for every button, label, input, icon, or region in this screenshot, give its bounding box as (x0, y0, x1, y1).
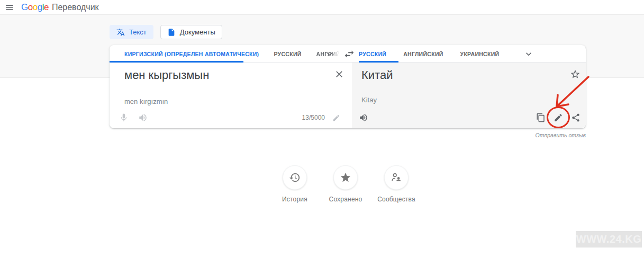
clear-source-button[interactable] (334, 69, 344, 80)
documents-mode-button[interactable]: Документы (160, 25, 222, 39)
history-icon (283, 165, 307, 190)
target-toolbar (352, 111, 586, 124)
translation-text: Китай (361, 68, 393, 82)
chevron-down-icon[interactable] (523, 49, 534, 59)
source-language-tabs: КИРГИЗСКИЙ (ОПРЕДЕЛЕН АВТОМАТИЧЕСКИ) РУС… (110, 45, 340, 63)
source-lang-tab-russian[interactable]: РУССКИЙ (274, 51, 301, 57)
menu-icon[interactable] (5, 3, 14, 12)
community-shortcut[interactable]: Сообщества (371, 165, 422, 203)
translate-panels: мен кыргызмын men kırgızmın (110, 63, 586, 128)
document-icon (167, 28, 176, 37)
top-bar: G o o g l e Переводчик (0, 0, 644, 15)
swap-languages-button[interactable] (343, 48, 355, 60)
star-outline-icon (570, 69, 580, 80)
source-toolbar: 13/5000 (110, 111, 352, 124)
feedback-link[interactable]: Отправить отзыв (475, 132, 586, 138)
mode-tabs: Текст Документы (110, 25, 222, 39)
saved-star-icon (333, 165, 358, 190)
shortcut-label: Сообщества (377, 196, 415, 203)
source-audio-tools (119, 113, 148, 122)
shortcut-label: Сохранено (329, 196, 362, 203)
suggest-edit-button[interactable] (554, 113, 563, 122)
saved-shortcut[interactable]: Сохранено (320, 165, 371, 203)
text-mode-button[interactable]: Текст (110, 25, 153, 39)
share-icon (571, 113, 580, 122)
listen-source-button[interactable] (138, 113, 148, 122)
translate-card: КИРГИЗСКИЙ (ОПРЕДЕЛЕН АВТОМАТИЧЕСКИ) РУС… (110, 45, 586, 128)
logo-letter: o (28, 2, 33, 13)
close-icon (334, 69, 344, 80)
chevron-down-icon[interactable] (324, 49, 335, 59)
google-translate-page: G o o g l e Переводчик Текст Документы (0, 0, 644, 265)
target-action-tools (536, 113, 580, 122)
source-lang-tab-detected[interactable]: КИРГИЗСКИЙ (ОПРЕДЕЛЕН АВТОМАТИЧЕСКИ) (124, 51, 259, 57)
share-translation-button[interactable] (571, 113, 580, 122)
edit-icon[interactable] (332, 114, 340, 122)
target-lang-tab-russian[interactable]: РУССКИЙ (359, 51, 386, 57)
microphone-button[interactable] (119, 113, 129, 122)
save-translation-button[interactable] (570, 69, 580, 80)
history-shortcut[interactable]: История (269, 165, 320, 203)
source-panel: мен кыргызмын men kırgızmın (110, 63, 352, 128)
logo-letter: g (38, 2, 42, 13)
text-mode-label: Текст (129, 28, 147, 36)
documents-mode-label: Документы (180, 28, 215, 36)
translate-icon (116, 28, 125, 37)
speaker-icon (138, 113, 148, 122)
shortcuts-row: История Сохранено Сообщества (269, 165, 422, 203)
suggest-edit-wrap (554, 113, 563, 122)
logo-letter: G (21, 2, 28, 13)
logo-letter: e (44, 2, 49, 13)
char-counter: 13/5000 (302, 114, 325, 121)
copy-icon (536, 113, 546, 122)
target-lang-tab-english[interactable]: АНГЛИЙСКИЙ (403, 51, 443, 57)
community-icon (384, 165, 409, 190)
microphone-icon (119, 113, 129, 122)
google-logo[interactable]: G o o g l e Переводчик (21, 2, 99, 13)
selected-tab-underline (110, 61, 243, 63)
shortcut-label: История (282, 196, 307, 203)
target-panel: Китай Kitay (352, 63, 586, 128)
speaker-icon (359, 113, 368, 122)
pencil-icon (554, 113, 563, 122)
source-edit-tools: 13/5000 (302, 114, 340, 122)
source-transliteration: men kırgızmın (124, 98, 168, 105)
target-lang-tab-ukrainian[interactable]: УКРАИНСКИЙ (460, 51, 500, 57)
translation-transliteration: Kitay (361, 96, 377, 104)
watermark: WWW.24.KG (576, 231, 642, 248)
listen-translation-button[interactable] (359, 113, 368, 122)
swap-icon (343, 48, 355, 60)
app-title: Переводчик (52, 3, 99, 12)
source-text[interactable]: мен кыргызмын (124, 68, 209, 82)
selected-tab-underline (359, 61, 398, 63)
copy-translation-button[interactable] (536, 113, 546, 122)
language-tabbar: КИРГИЗСКИЙ (ОПРЕДЕЛЕН АВТОМАТИЧЕСКИ) РУС… (110, 45, 586, 63)
logo-letter: o (33, 2, 38, 13)
target-audio-tools (359, 113, 368, 122)
target-language-tabs: РУССКИЙ АНГЛИЙСКИЙ УКРАИНСКИЙ (359, 45, 534, 63)
